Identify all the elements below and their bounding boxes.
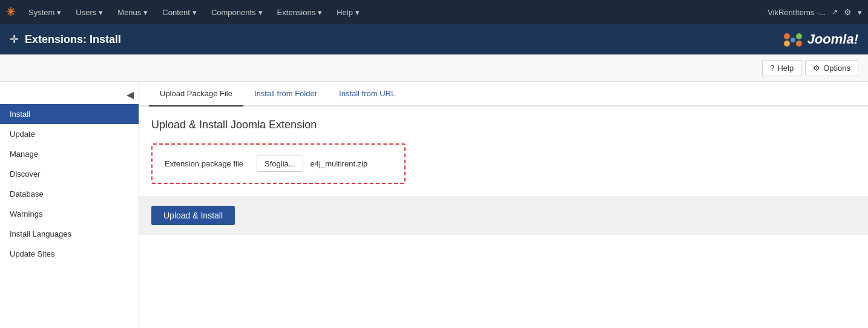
options-button-label: Options — [823, 64, 850, 73]
sidebar-item-manage[interactable]: Manage — [0, 144, 139, 164]
nav-right: VikRentItems -... ↗ ⚙ ▾ — [768, 7, 862, 17]
content-panel: Upload & Install Joomla Extension Extens… — [139, 107, 868, 196]
help-button[interactable]: ? Help — [762, 60, 801, 76]
nav-components-label: Components — [211, 8, 256, 17]
svg-point-1 — [796, 33, 802, 39]
sidebar-manage-label: Manage — [10, 149, 38, 159]
joomla-logo-text: Joomla! — [807, 31, 858, 47]
joomla-brand-icon[interactable]: ✳ — [6, 5, 15, 19]
sidebar-item-database[interactable]: Database — [0, 184, 139, 204]
toolbar-row: ? Help ⚙ Options — [0, 54, 868, 82]
nav-left: ✳ System ▾ Users ▾ Menus ▾ Content ▾ Com… — [6, 0, 366, 24]
content-title: Upload & Install Joomla Extension — [151, 119, 856, 131]
system-dropdown-icon: ▾ — [57, 8, 61, 17]
sidebar-update-sites-label: Update Sites — [10, 249, 54, 258]
page-header: ✛ Extensions: Install Joomla! — [0, 24, 868, 54]
sidebar-item-install[interactable]: Install — [0, 104, 139, 124]
tab-upload-package[interactable]: Upload Package File — [149, 82, 243, 107]
help-circle-icon: ? — [770, 64, 774, 73]
sidebar-item-update[interactable]: Update — [0, 124, 139, 144]
nav-help-label: Help — [337, 8, 353, 17]
svg-point-4 — [791, 38, 795, 42]
sidebar-item-update-sites[interactable]: Update Sites — [0, 244, 139, 264]
options-gear-icon: ⚙ — [813, 64, 820, 73]
nav-item-help[interactable]: Help ▾ — [330, 0, 366, 24]
joomla-logo-svg — [781, 30, 805, 48]
sidebar-item-install-languages[interactable]: Install Languages — [0, 224, 139, 244]
nav-item-menus[interactable]: Menus ▾ — [111, 0, 154, 24]
extensions-install-icon: ✛ — [10, 33, 19, 46]
upload-box: Extension package file Sfoglia... e4j_mu… — [151, 143, 406, 184]
browse-button[interactable]: Sfoglia... — [257, 156, 303, 172]
help-dropdown-icon: ▾ — [355, 8, 360, 17]
nav-gear-icon[interactable]: ⚙ — [844, 7, 852, 17]
nav-item-extensions[interactable]: Extensions ▾ — [271, 0, 329, 24]
nav-menus-label: Menus — [117, 8, 141, 17]
upload-button-area: Upload & Install — [139, 196, 868, 235]
sidebar-discover-label: Discover — [10, 169, 41, 179]
selected-file-name: e4j_multirent.zip — [311, 159, 368, 168]
page-title: Extensions: Install — [25, 33, 121, 46]
nav-item-content[interactable]: Content ▾ — [156, 0, 203, 24]
top-navbar: ✳ System ▾ Users ▾ Menus ▾ Content ▾ Com… — [0, 0, 868, 24]
menus-dropdown-icon: ▾ — [143, 8, 148, 17]
sidebar-warnings-label: Warnings — [10, 209, 42, 218]
content-area: Upload Package File Install from Folder … — [139, 82, 868, 328]
file-input-label: Extension package file — [165, 159, 249, 168]
sidebar-update-label: Update — [10, 130, 35, 139]
nav-item-components[interactable]: Components ▾ — [205, 0, 269, 24]
external-link-icon: ↗ — [832, 8, 838, 16]
extensions-dropdown-icon: ▾ — [318, 8, 322, 17]
sidebar-database-label: Database — [10, 189, 44, 198]
gear-dropdown-icon: ▾ — [858, 8, 862, 17]
sidebar-item-warnings[interactable]: Warnings — [0, 204, 139, 224]
users-dropdown-icon: ▾ — [99, 8, 103, 17]
upload-install-label: Upload & Install — [163, 211, 223, 220]
main-layout: ◀ Install Update Manage Discover Databas… — [0, 82, 868, 328]
browse-button-label: Sfoglia... — [265, 159, 295, 168]
tab-install-folder[interactable]: Install from Folder — [243, 82, 328, 107]
nav-users-label: Users — [76, 8, 96, 17]
tab-install-url[interactable]: Install from URL — [328, 82, 406, 107]
options-button[interactable]: ⚙ Options — [805, 60, 858, 76]
sidebar-toggle-area: ◀ — [0, 85, 139, 104]
components-dropdown-icon: ▾ — [258, 8, 263, 17]
nav-content-label: Content — [162, 8, 190, 17]
content-dropdown-icon: ▾ — [192, 8, 197, 17]
nav-item-users[interactable]: Users ▾ — [70, 0, 109, 24]
nav-right-text[interactable]: VikRentItems -... — [768, 8, 826, 17]
joomla-logo: Joomla! — [781, 30, 858, 48]
svg-point-0 — [784, 33, 790, 39]
tab-upload-package-label: Upload Package File — [160, 89, 232, 98]
tabs-bar: Upload Package File Install from Folder … — [139, 82, 868, 107]
upload-install-button[interactable]: Upload & Install — [151, 206, 235, 225]
tab-install-folder-label: Install from Folder — [254, 89, 317, 98]
tab-install-url-label: Install from URL — [339, 89, 395, 98]
nav-extensions-label: Extensions — [277, 8, 316, 17]
sidebar-install-languages-label: Install Languages — [10, 229, 71, 238]
sidebar-install-label: Install — [10, 110, 30, 119]
svg-point-2 — [784, 41, 790, 47]
nav-item-system[interactable]: System ▾ — [22, 0, 67, 24]
sidebar-toggle-button[interactable]: ◀ — [127, 89, 134, 100]
svg-point-3 — [796, 41, 802, 47]
sidebar: ◀ Install Update Manage Discover Databas… — [0, 82, 139, 328]
sidebar-item-discover[interactable]: Discover — [0, 164, 139, 184]
nav-system-label: System — [28, 8, 54, 17]
help-button-label: Help — [777, 64, 794, 73]
